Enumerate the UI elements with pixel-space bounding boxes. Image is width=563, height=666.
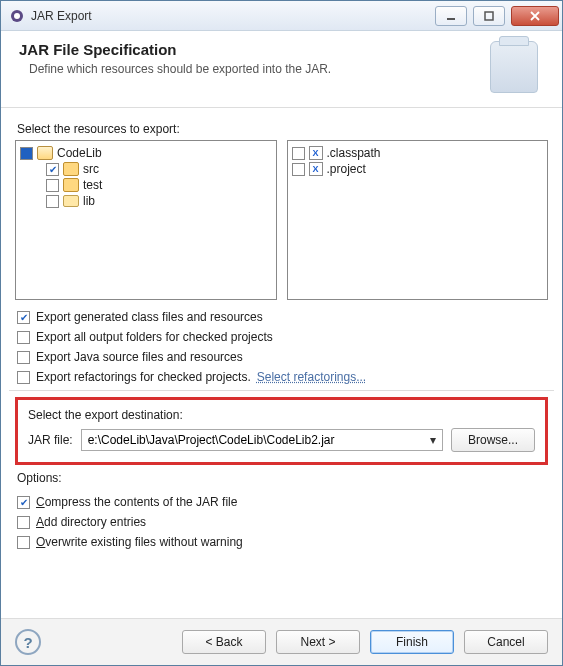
svg-rect-3 — [485, 12, 493, 20]
page-title: JAR File Specification — [19, 41, 490, 58]
tree-item[interactable]: test — [18, 177, 274, 193]
xml-file-icon: X — [309, 162, 323, 176]
checkbox[interactable] — [46, 163, 59, 176]
tree-item[interactable]: src — [18, 161, 274, 177]
close-button[interactable] — [511, 6, 559, 26]
content-area: Select the resources to export: CodeLibs… — [1, 108, 562, 618]
resource-tree-right[interactable]: X.classpathX.project — [287, 140, 549, 300]
chevron-down-icon[interactable]: ▾ — [428, 433, 438, 447]
checkbox[interactable] — [292, 163, 305, 176]
checkbox[interactable] — [20, 147, 33, 160]
option-row: Overwrite existing files without warning — [17, 535, 546, 549]
option-label: Export generated class files and resourc… — [36, 310, 263, 324]
option-label: Overwrite existing files without warning — [36, 535, 243, 549]
separator — [9, 390, 554, 391]
tree-item-label: src — [83, 162, 99, 176]
package-icon — [63, 162, 79, 176]
option-label: Compress the contents of the JAR file — [36, 495, 237, 509]
resources-label: Select the resources to export: — [17, 122, 546, 136]
minimize-button[interactable] — [435, 6, 467, 26]
export-option: Export refactorings for checked projects… — [17, 370, 546, 384]
checkbox[interactable] — [46, 179, 59, 192]
tree-item[interactable]: X.classpath — [290, 145, 546, 161]
option-label: Export refactorings for checked projects… — [36, 370, 251, 384]
app-icon — [9, 8, 25, 24]
options-group: Compress the contents of the JAR fileAdd… — [17, 495, 546, 549]
option-row: Add directory entries — [17, 515, 546, 529]
tree-item[interactable]: X.project — [290, 161, 546, 177]
page-description: Define which resources should be exporte… — [19, 62, 490, 76]
tree-item-label: lib — [83, 194, 95, 208]
export-options: Export generated class files and resourc… — [17, 310, 546, 384]
back-button[interactable]: < Back — [182, 630, 266, 654]
xml-file-icon: X — [309, 146, 323, 160]
checkbox[interactable] — [17, 496, 30, 509]
tree-item[interactable]: lib — [18, 193, 274, 209]
checkbox[interactable] — [17, 516, 30, 529]
options-group-label: Options: — [17, 471, 546, 485]
jar-file-input[interactable] — [86, 432, 428, 448]
jar-file-combo[interactable]: ▾ — [81, 429, 443, 451]
checkbox[interactable] — [17, 351, 30, 364]
titlebar: JAR Export — [1, 1, 562, 31]
resource-tree-left[interactable]: CodeLibsrctestlib — [15, 140, 277, 300]
svg-point-1 — [14, 13, 20, 19]
folder-icon — [63, 194, 79, 208]
option-label: Add directory entries — [36, 515, 146, 529]
next-button[interactable]: Next > — [276, 630, 360, 654]
export-option: Export Java source files and resources — [17, 350, 546, 364]
wizard-footer: ? < Back Next > Finish Cancel — [1, 618, 562, 665]
finish-button[interactable]: Finish — [370, 630, 454, 654]
checkbox[interactable] — [17, 371, 30, 384]
maximize-button[interactable] — [473, 6, 505, 26]
option-label: Export all output folders for checked pr… — [36, 330, 273, 344]
export-option: Export all output folders for checked pr… — [17, 330, 546, 344]
cancel-button[interactable]: Cancel — [464, 630, 548, 654]
window-title: JAR Export — [31, 9, 432, 23]
tree-item[interactable]: CodeLib — [18, 145, 274, 161]
checkbox[interactable] — [17, 536, 30, 549]
browse-button[interactable]: Browse... — [451, 428, 535, 452]
tree-item-label: .classpath — [327, 146, 381, 160]
wizard-header: JAR File Specification Define which reso… — [1, 31, 562, 108]
tree-item-label: .project — [327, 162, 366, 176]
checkbox[interactable] — [17, 331, 30, 344]
package-icon — [63, 178, 79, 192]
jar-file-label: JAR file: — [28, 433, 73, 447]
tree-item-label: CodeLib — [57, 146, 102, 160]
svg-rect-2 — [447, 18, 455, 20]
checkbox[interactable] — [292, 147, 305, 160]
destination-group: Select the export destination: JAR file:… — [15, 397, 548, 465]
option-row: Compress the contents of the JAR file — [17, 495, 546, 509]
checkbox[interactable] — [46, 195, 59, 208]
checkbox[interactable] — [17, 311, 30, 324]
export-option: Export generated class files and resourc… — [17, 310, 546, 324]
jar-icon — [490, 41, 538, 93]
help-button[interactable]: ? — [15, 629, 41, 655]
option-label: Export Java source files and resources — [36, 350, 243, 364]
destination-group-label: Select the export destination: — [28, 408, 535, 422]
select-refactorings-link[interactable]: Select refactorings... — [257, 370, 366, 384]
tree-item-label: test — [83, 178, 102, 192]
project-icon — [37, 146, 53, 160]
